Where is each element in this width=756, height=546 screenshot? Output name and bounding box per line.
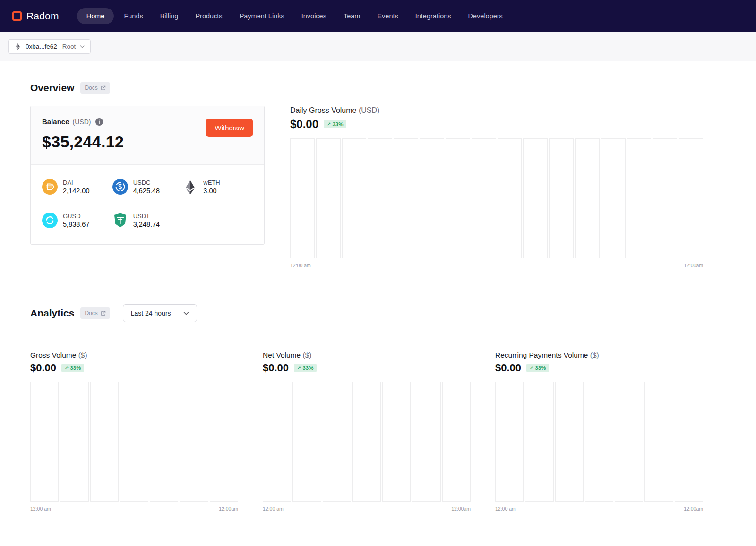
trend-up-icon: ↗	[530, 366, 533, 370]
balance-label: Balance	[42, 118, 69, 126]
docs-label: Docs	[85, 85, 97, 91]
change-badge: ↗ 33%	[324, 120, 346, 128]
withdraw-button[interactable]: Withdraw	[206, 119, 253, 137]
token-amount: 3,248.74	[133, 221, 160, 228]
chart-column	[323, 382, 351, 502]
token-row-weth: wETH 3.00	[182, 179, 253, 195]
chart-column	[495, 382, 524, 502]
account-bar: 0xba...fe62 Root	[0, 32, 756, 61]
chart-column	[498, 138, 522, 258]
ethereum-icon	[14, 43, 21, 50]
chart-column	[352, 382, 381, 502]
chart-title: Daily Gross Volume	[290, 106, 357, 114]
chevron-down-icon	[80, 45, 85, 48]
nav-menu: Home Funds Billing Products Payment Link…	[77, 8, 510, 24]
radom-logo-icon	[12, 11, 22, 21]
chart-column	[292, 382, 321, 502]
nav-item-team[interactable]: Team	[336, 8, 367, 24]
chart-title: Net Volume	[263, 351, 301, 359]
chart-unit: ($)	[78, 351, 87, 359]
x-axis-end-label: 12:00am	[451, 506, 471, 512]
nav-item-products[interactable]: Products	[188, 8, 229, 24]
token-balances: DAI 2,142.00 USDC 4,625.48	[31, 165, 264, 244]
x-axis-start-label: 12:00 am	[495, 506, 516, 512]
chart-column	[472, 138, 496, 258]
chart-column	[644, 382, 673, 502]
chart-column	[290, 138, 315, 258]
nav-item-developers[interactable]: Developers	[461, 8, 510, 24]
daily-gross-volume-chart: Daily Gross Volume (USD) $0.00 ↗ 33% 12:…	[290, 106, 703, 268]
change-percent: 33%	[535, 365, 546, 371]
dai-icon	[42, 179, 58, 195]
chart-plot-area	[290, 138, 703, 258]
token-row-usdt: USDT 3,248.74	[112, 213, 183, 228]
chart-column	[60, 382, 88, 502]
token-symbol: USDC	[133, 179, 160, 186]
x-axis-end-label: 12:00am	[219, 506, 238, 512]
overview-section: Overview Docs Balance (USD)	[30, 82, 703, 268]
chart-column	[653, 138, 677, 258]
token-amount: 2,142.00	[63, 187, 89, 195]
nav-item-events[interactable]: Events	[370, 8, 405, 24]
chart-plot-area	[30, 382, 238, 502]
chart-column	[601, 138, 626, 258]
nav-item-billing[interactable]: Billing	[153, 8, 186, 24]
chart-column	[368, 138, 392, 258]
x-axis-end-label: 12:00am	[684, 506, 703, 512]
chart-column	[679, 138, 703, 258]
chart-column	[675, 382, 703, 502]
token-symbol: wETH	[203, 179, 220, 186]
x-axis-start-label: 12:00 am	[290, 263, 311, 268]
chart-unit: (USD)	[359, 106, 379, 114]
chevron-down-icon	[183, 312, 189, 315]
account-selector[interactable]: 0xba...fe62 Root	[8, 39, 91, 54]
nav-item-invoices[interactable]: Invoices	[294, 8, 334, 24]
chart-column	[615, 382, 643, 502]
token-row-dai: DAI 2,142.00	[42, 179, 112, 195]
token-amount: 5,838.67	[63, 221, 89, 228]
token-symbol: GUSD	[63, 213, 89, 220]
chart-unit: ($)	[302, 351, 311, 359]
time-range-dropdown[interactable]: Last 24 hours	[123, 304, 197, 322]
trend-up-icon: ↗	[327, 122, 331, 127]
chart-column	[180, 382, 208, 502]
overview-heading: Overview	[30, 82, 74, 94]
external-link-icon	[101, 311, 106, 316]
analytics-section: Analytics Docs Last 24 hours Gross Volum…	[30, 304, 703, 512]
change-percent: 33%	[70, 365, 81, 371]
usdc-icon	[112, 179, 128, 195]
nav-item-home[interactable]: Home	[77, 8, 114, 24]
chart-column	[549, 138, 574, 258]
analytics-docs-link[interactable]: Docs	[80, 307, 110, 319]
chart-value: $0.00	[263, 362, 289, 374]
chart-plot-area	[263, 382, 471, 502]
top-nav: Radom Home Funds Billing Products Paymen…	[0, 0, 756, 32]
change-percent: 33%	[332, 121, 343, 127]
nav-item-funds[interactable]: Funds	[117, 8, 150, 24]
balance-card: Balance (USD) $35,244.12 Withdraw	[30, 106, 265, 245]
x-axis-start-label: 12:00 am	[263, 506, 284, 512]
nav-item-payment-links[interactable]: Payment Links	[232, 8, 292, 24]
analytics-heading: Analytics	[30, 307, 74, 319]
account-address: 0xba...fe62	[26, 43, 57, 50]
chart-column	[627, 138, 652, 258]
chart-column	[575, 138, 600, 258]
chart-plot-area	[495, 382, 703, 502]
chart-column	[316, 138, 341, 258]
brand[interactable]: Radom	[12, 10, 59, 22]
nav-item-integrations[interactable]: Integrations	[408, 8, 458, 24]
trend-up-icon: ↗	[297, 366, 301, 370]
chart-column	[263, 382, 291, 502]
x-axis-start-label: 12:00 am	[30, 506, 51, 512]
balance-currency-note: (USD)	[73, 118, 91, 126]
overview-docs-link[interactable]: Docs	[80, 82, 110, 94]
chart-column	[394, 138, 418, 258]
chart-column	[120, 382, 148, 502]
token-amount: 3.00	[203, 187, 220, 195]
token-row-gusd: GUSD 5,838.67	[42, 213, 112, 228]
info-icon[interactable]	[95, 118, 103, 126]
external-link-icon	[101, 85, 106, 91]
chart-column	[342, 138, 367, 258]
x-axis-end-label: 12:00am	[684, 263, 703, 268]
chart-title: Gross Volume	[30, 351, 76, 359]
